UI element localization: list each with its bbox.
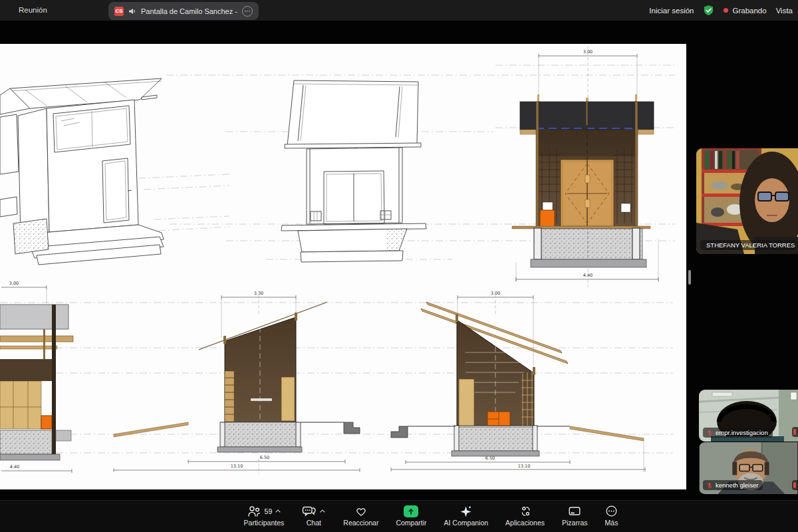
toolbar-share[interactable]: Compartir — [396, 501, 426, 532]
sparkle-icon — [459, 505, 473, 518]
participant-name-label: empr.investigacion — [703, 428, 773, 438]
muted-mic-icon — [792, 480, 798, 490]
chevron-up-icon[interactable] — [319, 509, 326, 513]
panel-resize-handle[interactable] — [688, 270, 691, 285]
toolbar-participants[interactable]: 59 Participantes — [244, 501, 285, 532]
muted-mic-icon — [706, 482, 713, 489]
recording-dot-icon — [724, 8, 728, 13]
toolbar-label: Compartir — [396, 519, 426, 527]
dim-mid-total: 13.10 — [231, 464, 243, 469]
front-elevation-line — [281, 80, 426, 262]
toolbar-label: Aplicaciones — [505, 519, 545, 527]
shared-screen-tab-title: Pantalla de Camilo Sanchez - — [141, 7, 237, 15]
heart-icon — [354, 505, 368, 517]
participant-name: kenneth gleiser — [716, 481, 758, 489]
shared-screen-tab[interactable]: CS Pantalla de Camilo Sanchez - ⋯ — [108, 2, 259, 20]
view-menu[interactable]: Vista — [776, 7, 793, 15]
more-ellipsis-icon — [605, 505, 618, 517]
toolbar-ai-companion[interactable]: AI Companion — [444, 501, 489, 532]
perspective-view — [0, 78, 164, 265]
video-tile[interactable]: empr.investigacion — [699, 390, 798, 442]
recording-indicator: Grabando — [724, 7, 766, 15]
muted-mic-icon — [706, 430, 713, 436]
side-elevation-mid: 3.30 6.50 13.10 — [114, 291, 360, 473]
toolbar-react[interactable]: Reaccionar — [343, 501, 378, 532]
sign-in-link[interactable]: Iniciar sesión — [649, 7, 694, 15]
dim-left-base: 4.40 — [10, 464, 19, 469]
toolbar-label: AI Companion — [444, 519, 489, 527]
participant-name: STHEFANY VALERIA TORRES LA — [706, 241, 795, 249]
chat-icon — [301, 505, 317, 517]
toolbar-whiteboards[interactable]: Pizarras — [562, 501, 588, 532]
presenter-initials-badge: CS — [114, 7, 124, 16]
participants-count: 59 — [265, 507, 273, 515]
chevron-up-icon[interactable] — [275, 509, 281, 513]
dim-left-top: 3.00 — [9, 281, 19, 286]
tab-more-icon[interactable]: ⋯ — [242, 6, 253, 17]
topbar-right: Iniciar sesión Grabando Vista — [649, 0, 793, 21]
architectural-drawing: 3.00 — [0, 44, 686, 489]
app-title: Reunión — [19, 6, 47, 14]
toolbar-chat[interactable]: Chat — [301, 501, 326, 532]
section-left-cut: 3.00 4.40 — [0, 281, 73, 473]
toolbar-label: Pizarras — [562, 519, 588, 527]
participant-name-label: STHEFANY VALERIA TORRES LA — [700, 240, 795, 250]
participant-name: empr.investigacion — [716, 429, 768, 436]
video-tile[interactable]: STHEFANY VALERIA TORRES LA — [696, 148, 798, 254]
dim-right-inner: 6.50 — [485, 456, 495, 461]
apps-icon — [519, 505, 532, 518]
shared-screen-canvas: 3.00 — [0, 44, 686, 489]
meeting-toolbar: 59 Participantes Chat — [0, 500, 798, 532]
video-tile[interactable]: kenneth gleiser — [699, 442, 798, 494]
toolbar-label: Reaccionar — [343, 519, 378, 527]
dim-right-total: 13.10 — [518, 464, 531, 469]
dim-mid-inner: 6.50 — [260, 455, 269, 460]
participant-video — [696, 148, 798, 254]
toolbar-label: Participantes — [244, 519, 285, 527]
toolbar-label: Más — [605, 519, 618, 527]
speaker-icon — [128, 7, 136, 15]
share-screen-icon — [404, 505, 418, 517]
toolbar-label: Chat — [307, 519, 321, 527]
muted-mic-icon — [792, 427, 798, 437]
participants-icon — [247, 505, 261, 517]
recording-label: Grabando — [732, 7, 766, 15]
side-elevation-right: 3.00 6.50 — [391, 291, 645, 472]
participant-name-label: kenneth gleiser — [703, 480, 763, 490]
whiteboard-icon — [567, 505, 582, 517]
toolbar-more[interactable]: Más — [605, 501, 618, 532]
toolbar-apps[interactable]: Aplicaciones — [505, 501, 545, 532]
meeting-topbar: Reunión CS Pantalla de Camilo Sanchez - … — [0, 0, 798, 21]
front-elevation-color: 3.00 — [512, 47, 658, 287]
security-shield-icon[interactable] — [703, 5, 714, 16]
